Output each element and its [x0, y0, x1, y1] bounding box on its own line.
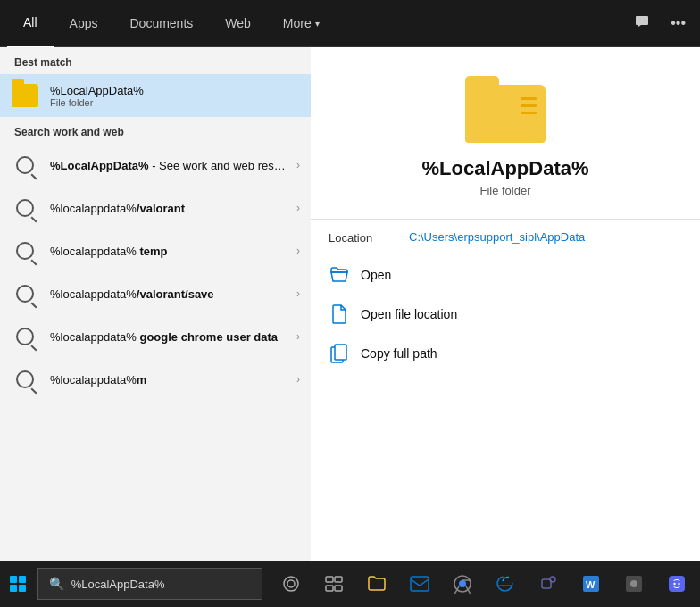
location-label: Location [329, 231, 409, 245]
copy-full-path-label: Copy full path [361, 346, 438, 361]
search-result-3-title: %localappdata% temp [50, 245, 289, 258]
nav-icons: ••• [628, 9, 693, 37]
edge-icon [496, 574, 515, 594]
search-result-1-title: %LocalAppData% - See work and web result… [50, 159, 289, 172]
svg-rect-11 [542, 579, 551, 588]
top-nav: All Apps Documents Web More ▾ ••• [0, 0, 700, 47]
extra-app-icon [624, 574, 644, 594]
folder-lines [521, 97, 537, 114]
word-button[interactable]: W [571, 564, 611, 603]
teams-button[interactable] [529, 564, 568, 603]
search-result-5-title: %localappdata% google chrome user data [50, 330, 289, 344]
tab-documents[interactable]: Documents [113, 0, 209, 47]
search-icon-2 [11, 194, 39, 222]
search-result-6[interactable]: %localappdata%m › [0, 358, 311, 401]
extra-app-button[interactable] [614, 564, 654, 603]
svg-rect-4 [326, 577, 333, 582]
chevron-icon-3: › [296, 245, 300, 257]
search-result-1[interactable]: %LocalAppData% - See work and web result… [0, 144, 311, 187]
right-panel: %LocalAppData% File folder Location C:\U… [311, 47, 700, 561]
more-options-button[interactable]: ••• [663, 9, 693, 37]
magnifier-icon [16, 156, 34, 174]
best-match-item[interactable]: %LocalAppData% File folder [0, 74, 311, 117]
svg-point-19 [678, 583, 679, 585]
best-match-label: Best match [0, 47, 311, 74]
chrome-button[interactable] [443, 564, 482, 603]
start-button[interactable] [4, 564, 32, 603]
search-result-3[interactable]: %localappdata% temp › [0, 229, 311, 272]
folder-line-1 [521, 97, 537, 100]
magnifier-icon-6 [16, 370, 34, 388]
open-action[interactable]: Open [321, 255, 689, 295]
cortana-button[interactable] [271, 564, 311, 603]
svg-point-2 [284, 577, 298, 591]
search-result-6-text: %localappdata%m [50, 373, 289, 387]
tab-apps[interactable]: Apps [54, 0, 114, 47]
open-folder-icon [329, 264, 350, 286]
svg-point-3 [288, 580, 295, 587]
open-file-location-label: Open file location [361, 307, 457, 321]
big-folder-icon [465, 76, 546, 143]
taskbar-search-text: %LocalAppData% [71, 578, 165, 591]
ellipsis-icon: ••• [671, 15, 686, 30]
magnifier-icon-4 [16, 285, 34, 303]
copy-full-path-action[interactable]: Copy full path [321, 334, 689, 373]
main-content: Best match %LocalAppData% File folder Se… [0, 47, 700, 561]
outlook-icon [410, 575, 429, 593]
edge-button[interactable] [486, 564, 525, 603]
tab-all[interactable]: All [7, 0, 54, 47]
search-result-4-text: %localappdata%/valorant/save [50, 287, 289, 301]
search-result-3-text: %localappdata% temp [50, 245, 289, 258]
task-view-button[interactable] [314, 564, 354, 603]
search-result-2-text: %localappdata%/valorant [50, 202, 289, 215]
task-view-icon [325, 576, 343, 592]
search-result-2[interactable]: %localappdata%/valorant › [0, 187, 311, 229]
search-icon-3 [11, 237, 39, 265]
open-file-location-action[interactable]: Open file location [321, 295, 689, 334]
svg-rect-6 [326, 586, 333, 591]
taskbar-icons: W [271, 564, 696, 603]
magnifier-icon-3 [16, 242, 34, 260]
magnifier-icon-5 [16, 328, 34, 345]
svg-point-16 [630, 580, 638, 587]
tab-more[interactable]: More ▾ [267, 0, 336, 47]
app-name: %LocalAppData% [421, 157, 588, 180]
file-explorer-button[interactable] [357, 564, 396, 603]
taskbar: 🔍 %LocalAppData% [0, 561, 700, 607]
magnifier-icon-2 [16, 199, 34, 217]
location-row: Location C:\Users\erpsupport_sipl\AppDat… [311, 219, 700, 255]
more-dropdown-arrow: ▾ [315, 19, 320, 29]
search-result-5[interactable]: %localappdata% google chrome user data › [0, 315, 311, 358]
teams-icon [538, 574, 558, 594]
open-label: Open [361, 268, 391, 282]
discord-button[interactable] [657, 564, 696, 603]
chevron-icon-6: › [296, 373, 300, 386]
search-result-4[interactable]: %localappdata%/valorant/save › [0, 272, 311, 315]
folder-line-2 [521, 104, 537, 107]
taskbar-search-icon: 🔍 [49, 577, 64, 591]
file-explorer-icon [367, 575, 387, 593]
search-section-label: Search work and web [0, 117, 311, 144]
search-icon-5 [11, 322, 39, 351]
svg-rect-8 [411, 577, 429, 591]
best-match-title: %LocalAppData% [50, 84, 300, 97]
feedback-button[interactable] [628, 9, 656, 37]
tab-web[interactable]: Web [209, 0, 267, 47]
folder-icon [12, 84, 38, 107]
search-result-6-title: %localappdata%m [50, 373, 289, 387]
app-container: All Apps Documents Web More ▾ ••• [0, 0, 700, 561]
search-result-1-text: %LocalAppData% - See work and web result… [50, 159, 289, 172]
outlook-button[interactable] [400, 564, 439, 603]
svg-point-10 [459, 580, 466, 587]
svg-rect-5 [335, 577, 342, 582]
best-match-subtitle: File folder [50, 97, 300, 108]
file-location-icon [329, 304, 350, 325]
folder-line-3 [521, 112, 537, 114]
svg-point-18 [673, 583, 675, 585]
location-path[interactable]: C:\Users\erpsupport_sipl\AppData [409, 230, 585, 244]
copy-path-icon [329, 343, 350, 364]
discord-icon [667, 574, 687, 594]
search-icon-4 [11, 279, 39, 308]
search-icon-6 [11, 365, 39, 394]
taskbar-search-bar[interactable]: 🔍 %LocalAppData% [38, 568, 262, 600]
